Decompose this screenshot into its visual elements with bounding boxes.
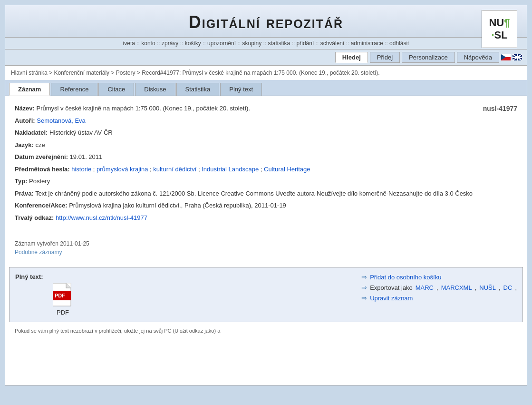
meta-footer: Záznam vytvořen 2011-01-25 Podobné zázna… [5, 233, 527, 263]
field-hesla: Předmětová hesla: historie ; průmyslová … [15, 165, 517, 174]
page-title: Digitální repozitář [10, 12, 522, 32]
nav-odhlasit[interactable]: odhlásit [389, 40, 409, 47]
pdf-label: PDF [57, 309, 69, 316]
bottom-help-text: Pokud se vám plný text nezobrazí v prohl… [5, 326, 527, 337]
nav-upozorneni[interactable]: upozornění [207, 40, 236, 47]
tag-industrial-landscape[interactable]: Industrial Landscape [202, 166, 259, 173]
label-datum: Datum zveřejnění: [15, 153, 68, 160]
label-prava: Práva: [15, 190, 34, 197]
author-link[interactable]: Semotanová, Eva [37, 117, 86, 124]
value-konference: Průmyslová krajina jako kulturní dědictv… [69, 202, 286, 209]
field-nakladatel: Nakladatel: Historický ústav AV ČR [15, 128, 517, 138]
field-konference: Konference/Akce: Průmyslová krajina jako… [15, 201, 517, 210]
breadcrumb-home[interactable]: Hlavní stránka [11, 69, 48, 76]
breadcrumb-postery[interactable]: Postery [116, 69, 135, 76]
action-bar: Hledej Přidej Personalizace Nápověda [5, 49, 527, 66]
edit-record-link[interactable]: Upravit záznam [370, 295, 413, 302]
nav-statistika[interactable]: statistika [268, 40, 290, 47]
field-jazyk: Jazyk: cze [15, 140, 517, 150]
breadcrumb: Hlavní stránka > Konferenční materiály >… [5, 66, 527, 80]
logo: NU¶ ·SL [482, 10, 517, 48]
field-autori: Autoři: Semotanová, Eva [15, 116, 517, 126]
tab-reference[interactable]: Reference [51, 83, 97, 96]
nav-schvaleni[interactable]: schválení [320, 40, 345, 47]
field-odkaz: Trvalý odkaz: http://www.nusl.cz/ntk/nus… [15, 213, 517, 223]
value-jazyk: cze [35, 141, 45, 148]
value-autori: Semotanová, Eva [37, 117, 86, 124]
tab-diskuse[interactable]: Diskuse [135, 83, 175, 96]
tag-historie[interactable]: historie [71, 166, 91, 173]
field-datum: Datum zveřejnění: 19.01. 2011 [15, 152, 517, 162]
tab-bar: Záznam Reference Citace Diskuse Statisti… [5, 80, 527, 96]
tag-kulturni-dedictvi[interactable]: kulturní dědictví [153, 166, 196, 173]
value-odkaz: http://www.nusl.cz/ntk/nusl-41977 [56, 214, 147, 221]
label-jazyk: Jazyk: [15, 141, 34, 148]
tag-cultural-heritage[interactable]: Cultural Heritage [264, 166, 310, 173]
nav-kosiky[interactable]: košíky [185, 40, 201, 47]
record-id: nusl-41977 [483, 104, 517, 114]
action-export: ⇒ Exportovat jako MARC, MARCXML, NUŠL, D… [361, 284, 517, 291]
breadcrumb-record[interactable]: Record#41977: Průmysl v české krajině na… [142, 69, 379, 76]
similar-records-container: Podobné záznamy [15, 249, 517, 256]
top-navigation: iveta :: konto :: zprávy :: košíky :: up… [5, 38, 527, 49]
nav-skupiny[interactable]: skupiny [242, 40, 261, 47]
action-edit: ⇒ Upravit záznam [361, 294, 517, 302]
tab-plny-text[interactable]: Plný text [220, 83, 262, 96]
value-hesla: historie ; průmyslová krajina ; kulturní… [71, 166, 310, 173]
napoveda-button[interactable]: Nápověda [457, 52, 499, 63]
personalizace-button[interactable]: Personalizace [402, 52, 455, 63]
svg-text:PDF: PDF [55, 293, 65, 298]
flag-english-icon[interactable] [513, 54, 522, 60]
nav-konto[interactable]: konto [141, 40, 155, 47]
pdf-file-icon: PDF [53, 283, 73, 307]
pdf-download[interactable]: PDF PDF [15, 283, 110, 316]
actions-section: ⇒ Přidat do osobního košíku ⇒ Exportovat… [361, 273, 517, 316]
nav-sep: :: [136, 40, 141, 47]
fulltext-label: Plný text: [15, 273, 110, 280]
tab-statistika[interactable]: Statistika [176, 83, 220, 96]
value-datum: 19.01. 2011 [70, 153, 103, 160]
arrow-icon-2: ⇒ [361, 284, 367, 291]
record-created: Záznam vytvořen 2011-01-25 [15, 240, 517, 247]
tag-prumyslova-krajina[interactable]: průmyslová krajina [97, 166, 148, 173]
flag-czech-icon[interactable] [501, 54, 511, 60]
export-marc-link[interactable]: MARC [416, 284, 434, 291]
logo-text: NU¶ ·SL [489, 17, 510, 42]
tab-citace[interactable]: Citace [98, 83, 134, 96]
nav-zpravy[interactable]: zprávy [162, 40, 178, 47]
export-label: Exportovat jako [370, 284, 413, 291]
arrow-icon-3: ⇒ [361, 294, 367, 302]
value-nazev: Průmysl v české krajině na mapách 1:75 0… [37, 105, 250, 112]
label-hesla: Předmětová hesla: [15, 166, 70, 173]
similar-records-link[interactable]: Podobné záznamy [15, 249, 62, 256]
nav-administrace[interactable]: administrace [351, 40, 383, 47]
label-odkaz: Trvalý odkaz: [15, 214, 54, 221]
nav-iveta[interactable]: iveta [123, 40, 135, 47]
label-nakladatel: Nakladatel: [15, 129, 48, 136]
page-header: Digitální repozitář NU¶ ·SL [5, 5, 527, 38]
nav-pridani[interactable]: přidání [297, 40, 314, 47]
field-prava: Práva: Text je chráněný podle autorského… [15, 189, 517, 198]
action-add-basket: ⇒ Přidat do osobního košíku [361, 273, 517, 281]
tab-zaznam[interactable]: Záznam [9, 83, 50, 96]
value-prava: Text je chráněný podle autorského zákona… [35, 190, 473, 197]
bottom-panel: Plný text: PDF PDF ⇒ [9, 267, 523, 322]
value-nakladatel: Historický ústav AV ČR [49, 129, 113, 136]
arrow-icon-1: ⇒ [361, 273, 367, 281]
label-autori: Autoři: [15, 117, 35, 124]
label-typ: Typ: [15, 178, 27, 185]
fulltext-section: Plný text: PDF PDF [15, 273, 110, 316]
breadcrumb-conferences[interactable]: Konferenční materiály [54, 69, 109, 76]
field-typ: Typ: Postery [15, 177, 517, 186]
export-marcxml-link[interactable]: MARCXML [441, 284, 472, 291]
record-content: nusl-41977 Název: Průmysl v české krajin… [5, 96, 527, 233]
add-to-basket-link[interactable]: Přidat do osobního košíku [370, 274, 441, 281]
pridej-button[interactable]: Přidej [370, 52, 400, 63]
export-dc-link[interactable]: DC [503, 284, 513, 291]
value-typ: Postery [29, 178, 50, 185]
field-nazev: nusl-41977 Název: Průmysl v české krajin… [15, 104, 517, 113]
export-nusl-link[interactable]: NUŠL [479, 284, 496, 291]
hledej-button[interactable]: Hledej [335, 52, 368, 63]
permanent-link[interactable]: http://www.nusl.cz/ntk/nusl-41977 [56, 214, 147, 221]
label-nazev: Název: [15, 105, 35, 112]
